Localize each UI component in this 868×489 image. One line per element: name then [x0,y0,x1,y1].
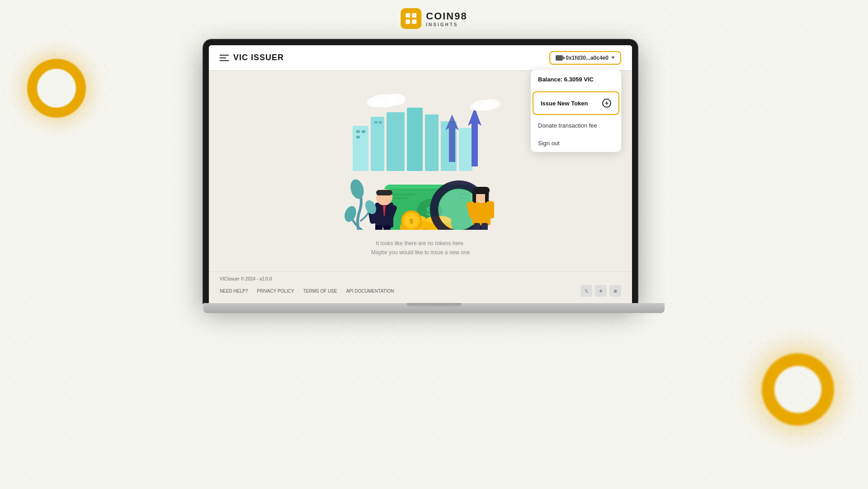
svg-rect-8 [425,114,439,171]
menu-icon[interactable] [220,55,229,61]
empty-line1: It looks like there are no tokens here. [371,239,470,248]
svg-point-71 [470,103,484,111]
svg-rect-54 [474,223,480,230]
svg-text:$: $ [410,218,413,225]
brand-name: COIN98 [426,10,467,22]
twitter-icon: 𝕏 [585,289,588,294]
issue-token-label: Issue New Token [541,100,588,107]
svg-point-62 [343,204,359,223]
wallet-icon [556,55,563,61]
svg-rect-10 [459,128,472,171]
top-brand-header: COIN98 INSIGHTS [401,8,467,29]
telegram-icon: ✈ [599,289,603,294]
brand-sub: INSIGHTS [426,22,467,27]
svg-rect-45 [383,225,391,230]
issue-new-token-button[interactable]: Issue New Token + [533,91,619,115]
svg-rect-14 [374,121,377,123]
github-button[interactable]: ⊕ [609,285,621,297]
svg-rect-44 [375,225,382,230]
donate-menu-item[interactable]: Donate transaction fee [531,117,621,134]
balance-display: Balance: 6.3059 VIC [531,70,621,90]
illustration-container: $ [326,85,515,230]
gold-ring-left [27,59,86,118]
svg-point-61 [349,178,366,200]
app-header: VIC ISSUER 0x1fd30...a0c4e0 Balance: 6.3… [209,45,632,71]
svg-rect-22 [392,194,415,195]
svg-rect-6 [387,112,405,171]
wallet-button[interactable]: 0x1fd30...a0c4e0 [549,51,621,65]
svg-rect-51 [485,190,489,203]
brand-logo-icon [401,8,421,29]
laptop-screen-frame: VIC ISSUER 0x1fd30...a0c4e0 Balance: 6.3… [203,40,637,303]
svg-rect-11 [356,130,360,133]
balance-value: 6.3059 VIC [564,76,594,83]
svg-point-70 [484,99,500,109]
twitter-button[interactable]: 𝕏 [580,285,592,297]
svg-point-68 [367,97,383,107]
empty-state-message: It looks like there are no tokens here. … [371,239,470,257]
chevron-down-icon [611,57,615,59]
empty-line2: Maybe you would like to issue a new one [371,248,470,257]
footer-link-terms[interactable]: TERMS OF USE [303,289,337,294]
svg-rect-0 [406,13,410,18]
laptop-notch [407,303,461,308]
footer-link-privacy[interactable]: PRIVACY POLICY [257,289,294,294]
wallet-address: 0x1fd30...a0c4e0 [566,55,609,61]
laptop-screen: VIC ISSUER 0x1fd30...a0c4e0 Balance: 6.3… [209,45,632,303]
footer-socials: 𝕏 ✈ ⊕ [580,285,621,297]
svg-rect-50 [472,190,476,203]
svg-rect-4 [353,126,368,171]
donate-label: Donate transaction fee [538,122,597,129]
footer-links: NEED HELP? PRIVACY POLICY TERMS OF USE A… [220,285,621,297]
svg-rect-7 [407,108,423,171]
svg-rect-12 [362,130,365,133]
signout-menu-item[interactable]: Sign out [531,134,621,152]
telegram-button[interactable]: ✈ [595,285,607,297]
svg-rect-5 [371,117,384,171]
signout-label: Sign out [538,140,560,147]
footer-nav: NEED HELP? PRIVACY POLICY TERMS OF USE A… [220,289,394,294]
app-title: VIC ISSUER [233,53,284,62]
svg-rect-55 [481,223,488,230]
svg-rect-3 [412,19,416,24]
svg-rect-15 [379,121,382,123]
svg-rect-13 [356,136,360,138]
plus-icon: + [602,99,611,108]
gold-ring-right [762,353,834,426]
app-container: VIC ISSUER 0x1fd30...a0c4e0 Balance: 6.3… [209,45,632,303]
svg-rect-41 [376,190,392,195]
svg-rect-1 [412,13,416,18]
svg-rect-53 [486,201,494,218]
app-logo-area: VIC ISSUER [220,53,284,62]
balance-label: Balance: [538,76,562,83]
footer-link-help[interactable]: NEED HELP? [220,289,248,294]
github-icon: ⊕ [613,289,617,294]
app-footer: VICIssuer © 2024 - v2.0.0 NEED HELP? PRI… [209,271,632,303]
footer-copyright: VICIssuer © 2024 - v2.0.0 [220,276,621,281]
laptop-base [203,303,665,313]
brand-text: COIN98 INSIGHTS [426,10,467,27]
footer-link-api[interactable]: API DOCUMENTATION [346,289,394,294]
laptop-container: VIC ISSUER 0x1fd30...a0c4e0 Balance: 6.3… [203,40,665,313]
svg-point-67 [386,94,406,105]
svg-rect-2 [406,19,410,24]
svg-rect-23 [392,197,408,199]
dropdown-menu: Balance: 6.3059 VIC Issue New Token + Do… [531,70,621,152]
